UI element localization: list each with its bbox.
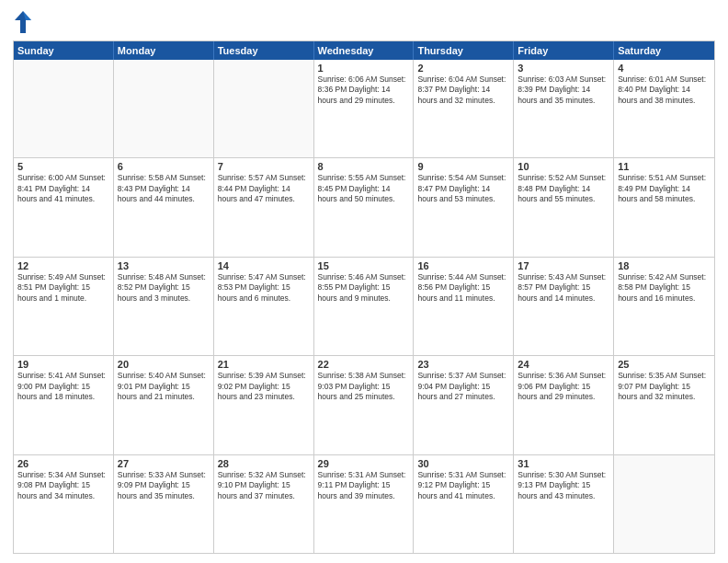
day-number: 22 [318,359,410,370]
day-info: Sunrise: 5:31 AM Sunset: 9:11 PM Dayligh… [318,470,410,501]
day-number: 25 [618,359,711,370]
header-day-thursday: Thursday [414,41,514,60]
empty-cell [114,60,214,157]
day-cell-27: 27Sunrise: 5:33 AM Sunset: 9:09 PM Dayli… [114,455,214,553]
day-cell-24: 24Sunrise: 5:36 AM Sunset: 9:06 PM Dayli… [514,356,614,454]
day-cell-30: 30Sunrise: 5:31 AM Sunset: 9:12 PM Dayli… [414,455,514,553]
day-info: Sunrise: 5:58 AM Sunset: 8:43 PM Dayligh… [118,173,210,204]
page: SundayMondayTuesdayWednesdayThursdayFrid… [0,0,728,563]
day-cell-22: 22Sunrise: 5:38 AM Sunset: 9:03 PM Dayli… [314,356,415,454]
day-info: Sunrise: 6:00 AM Sunset: 8:41 PM Dayligh… [17,173,109,204]
day-cell-8: 8Sunrise: 5:55 AM Sunset: 8:45 PM Daylig… [314,158,415,256]
day-cell-25: 25Sunrise: 5:35 AM Sunset: 9:07 PM Dayli… [614,356,714,454]
day-info: Sunrise: 5:43 AM Sunset: 8:57 PM Dayligh… [518,272,609,304]
day-number: 15 [318,260,410,271]
day-info: Sunrise: 5:55 AM Sunset: 8:45 PM Dayligh… [318,173,410,204]
day-cell-19: 19Sunrise: 5:41 AM Sunset: 9:00 PM Dayli… [14,356,114,454]
day-number: 24 [518,359,609,370]
day-cell-26: 26Sunrise: 5:34 AM Sunset: 9:08 PM Dayli… [14,455,114,553]
day-number: 19 [17,359,109,370]
day-cell-23: 23Sunrise: 5:37 AM Sunset: 9:04 PM Dayli… [414,356,514,454]
day-number: 17 [518,260,609,271]
calendar-header: SundayMondayTuesdayWednesdayThursdayFrid… [14,41,714,60]
day-cell-28: 28Sunrise: 5:32 AM Sunset: 9:10 PM Dayli… [214,455,314,553]
header-day-monday: Monday [114,41,214,60]
day-info: Sunrise: 6:01 AM Sunset: 8:40 PM Dayligh… [618,75,711,106]
day-number: 18 [618,260,711,271]
day-cell-18: 18Sunrise: 5:42 AM Sunset: 8:58 PM Dayli… [614,258,714,355]
day-number: 8 [318,161,410,172]
day-cell-2: 2Sunrise: 6:04 AM Sunset: 8:37 PM Daylig… [414,60,514,157]
calendar-row-2: 5Sunrise: 6:00 AM Sunset: 8:41 PM Daylig… [14,157,714,256]
header [13,9,715,35]
day-number: 21 [218,359,310,370]
day-number: 1 [318,63,410,74]
day-number: 31 [518,458,609,469]
day-info: Sunrise: 5:47 AM Sunset: 8:53 PM Dayligh… [218,272,310,304]
day-info: Sunrise: 5:33 AM Sunset: 9:09 PM Dayligh… [118,470,210,501]
svg-marker-0 [15,11,31,33]
day-info: Sunrise: 5:54 AM Sunset: 8:47 PM Dayligh… [417,173,509,204]
header-day-wednesday: Wednesday [314,41,415,60]
day-info: Sunrise: 5:35 AM Sunset: 9:07 PM Dayligh… [618,371,711,402]
day-number: 12 [17,260,109,271]
logo [13,9,37,35]
calendar-row-1: 1Sunrise: 6:06 AM Sunset: 8:36 PM Daylig… [14,60,714,157]
day-info: Sunrise: 5:37 AM Sunset: 9:04 PM Dayligh… [417,371,509,402]
day-cell-3: 3Sunrise: 6:03 AM Sunset: 8:39 PM Daylig… [514,60,614,157]
calendar-row-4: 19Sunrise: 5:41 AM Sunset: 9:00 PM Dayli… [14,355,714,454]
day-cell-1: 1Sunrise: 6:06 AM Sunset: 8:36 PM Daylig… [314,60,415,157]
day-cell-17: 17Sunrise: 5:43 AM Sunset: 8:57 PM Dayli… [514,258,614,355]
day-number: 23 [417,359,509,370]
day-cell-10: 10Sunrise: 5:52 AM Sunset: 8:48 PM Dayli… [514,158,614,256]
header-day-friday: Friday [514,41,614,60]
day-info: Sunrise: 5:32 AM Sunset: 9:10 PM Dayligh… [218,470,310,501]
day-info: Sunrise: 5:42 AM Sunset: 8:58 PM Dayligh… [618,272,711,304]
day-number: 13 [118,260,210,271]
day-cell-16: 16Sunrise: 5:44 AM Sunset: 8:56 PM Dayli… [414,258,514,355]
day-info: Sunrise: 5:44 AM Sunset: 8:56 PM Dayligh… [417,272,509,304]
day-number: 29 [318,458,410,469]
day-info: Sunrise: 5:36 AM Sunset: 9:06 PM Dayligh… [518,371,609,402]
day-cell-31: 31Sunrise: 5:30 AM Sunset: 9:13 PM Dayli… [514,455,614,553]
day-number: 2 [417,63,509,74]
day-info: Sunrise: 5:52 AM Sunset: 8:48 PM Dayligh… [518,173,609,204]
day-number: 4 [618,63,711,74]
day-cell-15: 15Sunrise: 5:46 AM Sunset: 8:55 PM Dayli… [314,258,415,355]
day-info: Sunrise: 5:38 AM Sunset: 9:03 PM Dayligh… [318,371,410,402]
day-cell-5: 5Sunrise: 6:00 AM Sunset: 8:41 PM Daylig… [14,158,114,256]
day-number: 28 [218,458,310,469]
day-info: Sunrise: 5:40 AM Sunset: 9:01 PM Dayligh… [118,371,210,402]
logo-icon [13,9,33,35]
day-info: Sunrise: 5:48 AM Sunset: 8:52 PM Dayligh… [118,272,210,304]
day-cell-4: 4Sunrise: 6:01 AM Sunset: 8:40 PM Daylig… [614,60,714,157]
day-info: Sunrise: 6:06 AM Sunset: 8:36 PM Dayligh… [318,75,410,106]
day-number: 16 [417,260,509,271]
day-number: 3 [518,63,609,74]
day-cell-6: 6Sunrise: 5:58 AM Sunset: 8:43 PM Daylig… [114,158,214,256]
day-info: Sunrise: 5:51 AM Sunset: 8:49 PM Dayligh… [618,173,711,204]
header-day-tuesday: Tuesday [214,41,314,60]
calendar-body: 1Sunrise: 6:06 AM Sunset: 8:36 PM Daylig… [14,60,714,553]
day-number: 6 [118,161,210,172]
day-info: Sunrise: 5:49 AM Sunset: 8:51 PM Dayligh… [17,272,109,304]
day-number: 30 [417,458,509,469]
day-number: 14 [218,260,310,271]
day-info: Sunrise: 5:46 AM Sunset: 8:55 PM Dayligh… [318,272,410,304]
header-day-saturday: Saturday [614,41,714,60]
empty-cell [614,455,714,553]
calendar-row-3: 12Sunrise: 5:49 AM Sunset: 8:51 PM Dayli… [14,257,714,355]
day-cell-12: 12Sunrise: 5:49 AM Sunset: 8:51 PM Dayli… [14,258,114,355]
day-cell-13: 13Sunrise: 5:48 AM Sunset: 8:52 PM Dayli… [114,258,214,355]
day-info: Sunrise: 5:34 AM Sunset: 9:08 PM Dayligh… [17,470,109,501]
day-cell-29: 29Sunrise: 5:31 AM Sunset: 9:11 PM Dayli… [314,455,415,553]
day-cell-11: 11Sunrise: 5:51 AM Sunset: 8:49 PM Dayli… [614,158,714,256]
day-cell-21: 21Sunrise: 5:39 AM Sunset: 9:02 PM Dayli… [214,356,314,454]
calendar-row-5: 26Sunrise: 5:34 AM Sunset: 9:08 PM Dayli… [14,454,714,553]
empty-cell [14,60,114,157]
day-number: 9 [417,161,509,172]
day-number: 11 [618,161,711,172]
day-number: 10 [518,161,609,172]
header-day-sunday: Sunday [14,41,114,60]
day-info: Sunrise: 5:41 AM Sunset: 9:00 PM Dayligh… [17,371,109,402]
